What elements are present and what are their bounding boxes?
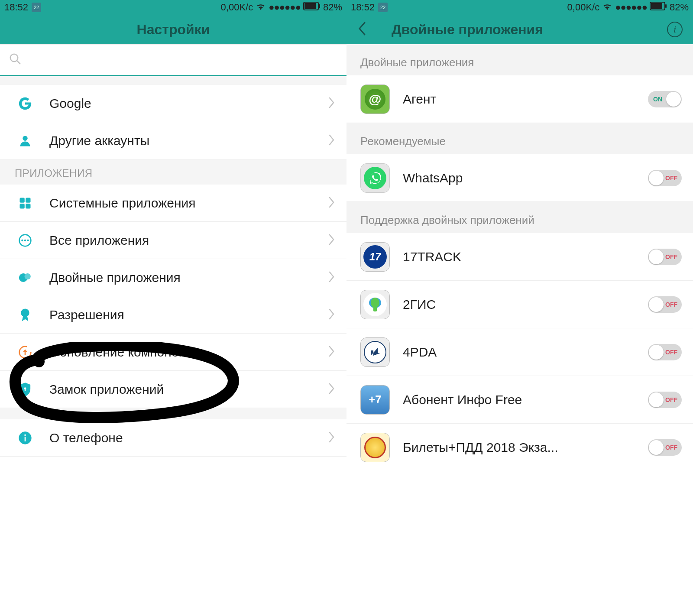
calendar-icon: 22 <box>32 3 41 12</box>
agent-app-icon: @ <box>360 84 390 114</box>
wifi-icon <box>602 2 612 13</box>
dual-apps-screen: 18:52 22 0,00K/c ●●●●●● 82% Двойные прил… <box>346 0 693 616</box>
settings-item-other-accounts[interactable]: Другие аккаунты <box>0 122 346 159</box>
svg-rect-19 <box>25 389 26 391</box>
divider <box>0 76 346 85</box>
svg-point-22 <box>24 434 26 436</box>
back-button[interactable] <box>357 21 366 38</box>
toggle-abonent[interactable]: OFF <box>648 392 682 408</box>
app-label: 4PDA <box>403 345 648 360</box>
chevron-right-icon <box>328 97 335 110</box>
app-row-agent: @ Агент ON <box>346 75 693 123</box>
divider <box>0 408 346 419</box>
app-label: Билеты+ПДД 2018 Экза... <box>403 440 648 455</box>
settings-item-about-phone[interactable]: О телефоне <box>0 419 346 457</box>
svg-rect-7 <box>26 198 30 202</box>
settings-item-dual-apps[interactable]: Двойные приложения <box>0 259 346 296</box>
svg-point-13 <box>27 239 29 241</box>
status-time: 18:52 <box>351 2 375 13</box>
row-label: Разрешения <box>49 308 328 322</box>
svg-point-5 <box>23 136 27 140</box>
4pda-app-icon <box>360 337 390 367</box>
toggle-17track[interactable]: OFF <box>648 249 682 265</box>
status-battery: 82% <box>670 2 689 13</box>
app-label: Агент <box>403 92 648 107</box>
row-label: Замок приложений <box>49 382 328 397</box>
svg-point-15 <box>25 273 31 279</box>
chevron-right-icon <box>328 431 335 445</box>
update-icon <box>16 343 35 362</box>
settings-screen: 18:52 22 0,00K/c ●●●●●● 82% Настройки Go… <box>0 0 346 616</box>
app-row-abonent: +7 Абонент Инфо Free OFF <box>346 376 693 424</box>
17track-app-icon: 17 <box>360 242 390 272</box>
pdd-app-icon <box>360 433 390 462</box>
grid-icon <box>16 194 35 213</box>
app-label: 17TRACK <box>403 250 648 264</box>
google-icon <box>16 94 35 113</box>
chevron-right-icon <box>328 345 335 359</box>
svg-rect-25 <box>651 3 662 9</box>
settings-item-app-lock[interactable]: Замок приложений <box>0 371 346 408</box>
toggle-knob <box>649 297 664 312</box>
settings-item-system-apps[interactable]: Системные приложения <box>0 185 346 222</box>
app-row-4pda: 4PDA OFF <box>346 328 693 376</box>
wifi-icon <box>256 2 266 13</box>
toggle-4pda[interactable]: OFF <box>648 344 682 360</box>
info-icon <box>16 428 35 447</box>
settings-item-all-apps[interactable]: Все приложения <box>0 222 346 259</box>
svg-rect-24 <box>665 4 667 8</box>
status-time: 18:52 <box>4 2 28 13</box>
toggle-2gis[interactable]: OFF <box>648 296 682 313</box>
badge-icon <box>16 305 35 324</box>
chevron-right-icon <box>328 271 335 285</box>
app-row-2gis: 2ГИС OFF <box>346 281 693 328</box>
settings-item-permissions[interactable]: Разрешения <box>0 296 346 334</box>
svg-rect-8 <box>20 204 25 208</box>
row-label: О телефоне <box>49 431 328 445</box>
search-bar[interactable] <box>0 44 346 76</box>
page-title: Настройки <box>137 22 210 38</box>
2gis-app-icon <box>360 290 390 319</box>
svg-rect-9 <box>26 204 30 208</box>
more-circle-icon <box>16 231 35 250</box>
signal-dots-icon: ●●●●●● <box>615 2 647 13</box>
svg-point-11 <box>21 239 23 241</box>
abonent-app-icon: +7 <box>360 385 390 415</box>
section-supported-label: Поддержка двойных приложений <box>346 202 693 233</box>
svg-rect-6 <box>20 198 25 202</box>
row-label: Системные приложения <box>49 196 328 211</box>
page-title: Двойные приложения <box>392 22 543 38</box>
toggle-knob <box>649 392 664 407</box>
dual-apps-header: Двойные приложения i <box>346 15 693 44</box>
svg-line-4 <box>17 61 20 64</box>
toggle-knob <box>649 345 664 360</box>
settings-header: Настройки <box>0 15 346 44</box>
row-label: Другие аккаунты <box>49 133 328 148</box>
row-label: Google <box>49 96 328 111</box>
app-label: WhatsApp <box>403 171 648 185</box>
battery-icon <box>303 2 321 13</box>
settings-item-google[interactable]: Google <box>0 85 346 122</box>
toggle-whatsapp[interactable]: OFF <box>648 170 682 186</box>
battery-icon <box>650 2 667 13</box>
signal-dots-icon: ●●●●●● <box>269 2 301 13</box>
search-icon <box>9 52 22 67</box>
status-speed: 0,00K/c <box>221 2 253 13</box>
svg-point-16 <box>21 308 29 317</box>
row-label: Обновление компонентов <box>49 345 328 360</box>
search-input[interactable] <box>22 54 338 66</box>
toggle-knob <box>649 250 664 264</box>
row-label: Все приложения <box>49 233 328 248</box>
section-dual-label: Двойные приложения <box>346 44 693 75</box>
chevron-right-icon <box>328 308 335 322</box>
toggle-pdd[interactable]: OFF <box>648 439 682 456</box>
app-row-17track: 17 17TRACK OFF <box>346 233 693 281</box>
info-button[interactable]: i <box>667 22 683 37</box>
settings-item-component-update[interactable]: Обновление компонентов <box>0 334 346 371</box>
toggle-agent[interactable]: ON <box>648 91 682 107</box>
toggle-knob <box>649 171 664 185</box>
status-bar: 18:52 22 0,00K/c ●●●●●● 82% <box>0 0 346 15</box>
status-speed: 0,00K/c <box>567 2 600 13</box>
chevron-right-icon <box>328 383 335 396</box>
svg-rect-21 <box>25 437 26 441</box>
